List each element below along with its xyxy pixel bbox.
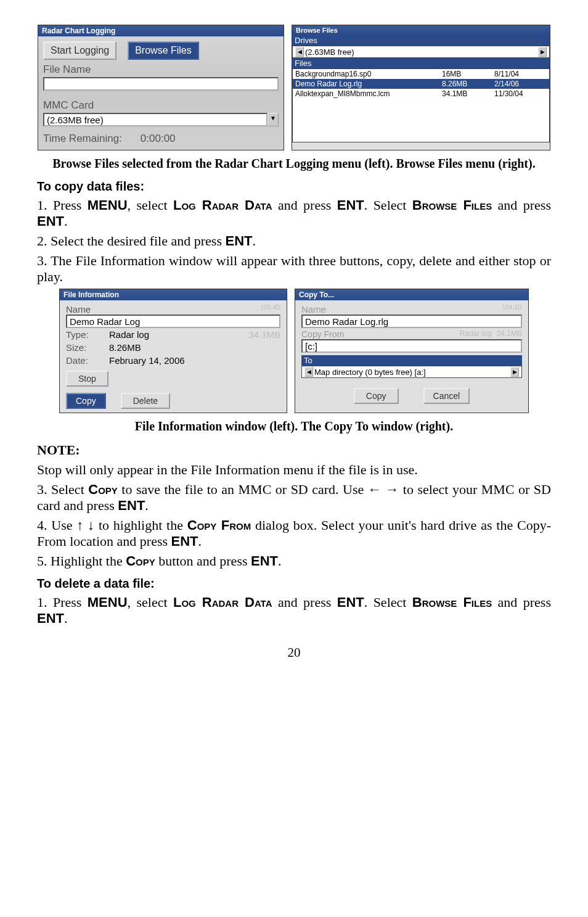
drives-field[interactable]: ◀ (2.63MB free) ▶ bbox=[292, 46, 550, 58]
page-number: 20 bbox=[37, 645, 551, 660]
size-value: 8.26MB bbox=[109, 342, 141, 353]
step-2: 2. Select the desired file and press ENT… bbox=[37, 233, 551, 249]
file-name-label: File Name bbox=[43, 64, 279, 76]
name-label: Name bbox=[66, 304, 91, 315]
date-value: February 14, 2006 bbox=[109, 355, 185, 366]
browse-files-button[interactable]: Browse Files bbox=[128, 41, 199, 60]
step-3b: 3. Select Copy to save the file to an MM… bbox=[37, 482, 551, 514]
mmc-dropdown[interactable]: (2.63MB free) bbox=[43, 113, 267, 126]
step-1: 1. Press MENU, select Log Radar Data and… bbox=[37, 197, 551, 229]
name-field[interactable]: Demo Radar Log.rlg bbox=[301, 315, 522, 328]
step-3: 3. The File Information window will appe… bbox=[37, 253, 551, 285]
caption: File Information window (left). The Copy… bbox=[37, 419, 551, 434]
window-title: Copy To... bbox=[295, 289, 528, 300]
copy-button[interactable]: Copy bbox=[66, 393, 106, 409]
cancel-button[interactable]: Cancel bbox=[423, 388, 470, 404]
browse-files-window: Browse Files Drives ◀ (2.63MB free) ▶ Fi… bbox=[292, 25, 550, 150]
radar-chart-logging-window: Radar Chart Logging Start Logging Browse… bbox=[38, 25, 284, 150]
files-header: Files bbox=[292, 58, 550, 68]
window-title: File Information bbox=[60, 289, 287, 300]
delete-button[interactable]: Delete bbox=[121, 393, 170, 409]
heading-delete-data: To delete a data file: bbox=[37, 577, 551, 591]
name-field[interactable]: Demo Radar Log bbox=[66, 315, 280, 328]
drives-header: Drives bbox=[292, 35, 550, 46]
table-row[interactable]: Backgroundmap16.sp0 16MB 8/11/04 bbox=[293, 69, 549, 79]
type-label: Type: bbox=[66, 329, 109, 340]
heading-copy-data: To copy data files: bbox=[37, 179, 551, 194]
file-list[interactable]: Backgroundmap16.sp0 16MB 8/11/04 Demo Ra… bbox=[292, 68, 550, 142]
scroll-left-icon[interactable]: ◀ bbox=[304, 367, 313, 377]
scroll-right-icon[interactable]: ▶ bbox=[510, 367, 519, 377]
delete-step-1: 1. Press MENU, select Log Radar Data and… bbox=[37, 594, 551, 627]
copy-button[interactable]: Copy bbox=[354, 388, 399, 404]
copy-from-label: Copy From bbox=[301, 329, 460, 339]
note-heading: NOTE: bbox=[37, 442, 551, 458]
date-label: Date: bbox=[66, 355, 109, 366]
time-remaining-label: Time Remaining: bbox=[43, 133, 122, 145]
type-value: Radar log bbox=[109, 329, 248, 340]
file-name-field[interactable] bbox=[43, 77, 279, 91]
start-logging-button[interactable]: Start Logging bbox=[43, 41, 116, 60]
mmc-card-label: MMC Card bbox=[43, 99, 279, 112]
copy-to-window: Copy To... Name 104.1D Demo Radar Log.rl… bbox=[295, 289, 529, 413]
step-5: 5. Highlight the Copy button and press E… bbox=[37, 553, 551, 569]
to-header: To bbox=[301, 355, 522, 366]
scroll-left-icon[interactable]: ◀ bbox=[295, 47, 304, 57]
caption: Browse Files selected from the Radar Cha… bbox=[37, 157, 551, 171]
stop-button[interactable]: Stop bbox=[66, 371, 108, 387]
table-row[interactable]: Alloktexpan_MI8Mbmmc.lcm 34.1MB 11/30/04 bbox=[293, 89, 549, 99]
name-label: Name bbox=[301, 304, 326, 315]
to-field[interactable]: ◀ Map directory (0 bytes free) [a:] ▶ bbox=[301, 366, 522, 378]
step-4: 4. Use ↑ ↓ to highlight the Copy From di… bbox=[37, 517, 551, 549]
note-body: Stop will only appear in the File Inform… bbox=[37, 462, 551, 478]
chevron-down-icon[interactable]: ▼ bbox=[267, 113, 279, 126]
window-title: Browse Files bbox=[292, 25, 550, 35]
size-label: Size: bbox=[66, 342, 109, 353]
window-title: Radar Chart Logging bbox=[38, 25, 284, 36]
file-information-window: File Information Name 105.4D Demo Radar … bbox=[59, 289, 287, 413]
table-row[interactable]: Demo Radar Log.rlg 8.26MB 2/14/06 bbox=[293, 79, 549, 89]
scroll-right-icon[interactable]: ▶ bbox=[538, 47, 547, 57]
copy-from-field[interactable]: [c:] bbox=[301, 339, 522, 353]
time-remaining-value: 0:00:00 bbox=[141, 133, 176, 145]
